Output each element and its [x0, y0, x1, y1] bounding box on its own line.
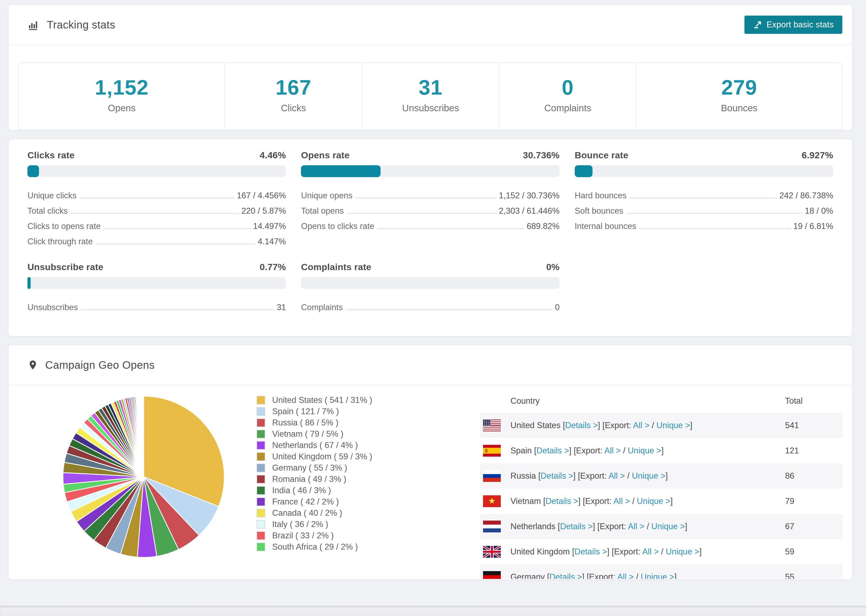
- details-link[interactable]: Details >: [565, 421, 598, 430]
- export-unique-link[interactable]: Unique >: [632, 471, 665, 481]
- export-unique-link[interactable]: Unique >: [666, 547, 699, 556]
- rate-metric-label: Complaints: [301, 302, 343, 313]
- dotted-leader: [639, 228, 791, 229]
- total-cell: 59: [785, 547, 843, 556]
- flag-ru-icon: [483, 470, 501, 482]
- legend-item-india: India ( 46 / 3% ): [257, 485, 445, 496]
- rate-head: Unsubscribe rate 0.77%: [27, 262, 286, 272]
- slash: /: [630, 497, 637, 506]
- rate-head: Clicks rate 4.46%: [27, 150, 286, 160]
- stat-value: 0: [502, 75, 633, 99]
- export-unique-link[interactable]: Unique >: [637, 497, 671, 506]
- total-cell: 55: [785, 572, 843, 579]
- country-text: United States [Details >] [Export: All >…: [510, 421, 692, 430]
- rate-value: 30.736%: [523, 150, 559, 160]
- country-text: Netherlands [Details >] [Export: All > /…: [510, 522, 687, 531]
- legend-item-italy: Italy ( 36 / 2% ): [257, 519, 445, 530]
- rate-value: 6.927%: [802, 150, 833, 160]
- bracket: ]: [671, 497, 673, 506]
- tracking-stats-card: Tracking stats Export basic stats 1,152 …: [8, 4, 853, 130]
- legend-label: Russia ( 86 / 5% ): [272, 418, 339, 427]
- legend-label: Canada ( 40 / 2% ): [272, 508, 342, 518]
- export-basic-stats-button[interactable]: Export basic stats: [745, 16, 842, 34]
- export-all-link[interactable]: All >: [608, 471, 625, 481]
- rate-metric-value: 0: [555, 302, 559, 313]
- details-link[interactable]: Details >: [537, 446, 569, 455]
- total-cell: 86: [785, 471, 843, 481]
- tracking-stats-header: Tracking stats Export basic stats: [9, 5, 852, 45]
- rate-progress-bar: [27, 277, 286, 289]
- rate-title: Clicks rate: [27, 150, 74, 160]
- bracket: ] [Export:: [569, 446, 604, 455]
- details-link[interactable]: Details >: [550, 572, 582, 579]
- export-unique-link[interactable]: Unique >: [651, 522, 685, 531]
- dotted-leader: [96, 244, 255, 244]
- rate-metric-value: 220 / 5.87%: [241, 206, 286, 216]
- stat-value: 31: [365, 75, 496, 99]
- stat-label: Complaints: [502, 103, 633, 113]
- rate-metric-label: Unique opens: [301, 190, 352, 201]
- legend-label: Netherlands ( 67 / 4% ): [272, 440, 358, 450]
- rate-progress-fill: [301, 165, 380, 177]
- total-cell: 67: [785, 522, 843, 531]
- bracket: ]: [699, 547, 702, 556]
- map-pin-icon: [27, 359, 38, 371]
- legend-swatch: [257, 441, 265, 449]
- legend-swatch: [257, 543, 265, 551]
- details-link[interactable]: Details >: [575, 547, 607, 556]
- rate-metric-label: Unique clicks: [27, 190, 77, 201]
- stat-label: Clicks: [228, 103, 359, 113]
- details-link[interactable]: Details >: [540, 471, 573, 481]
- legend-item-spain: Spain ( 121 / 7% ): [257, 406, 445, 417]
- rate-rows: Hard bounces 242 / 86.738% Soft bounces …: [575, 190, 833, 231]
- legend-label: Brazil ( 33 / 2% ): [272, 531, 334, 541]
- rate-metric-label: Unsubscribes: [27, 302, 78, 313]
- bracket: ] [Export:: [598, 421, 633, 430]
- country-cell: United Kingdom [Details >] [Export: All …: [480, 546, 785, 558]
- bracket: ] [Export:: [593, 522, 628, 531]
- total-header: Total: [785, 396, 843, 406]
- details-link[interactable]: Details >: [545, 497, 578, 506]
- country-cell: Germany [Details >] [Export: All > / Uni…: [480, 571, 785, 579]
- flag-de-icon: [483, 571, 501, 579]
- dotted-leader: [347, 213, 496, 214]
- bracket: ]: [661, 446, 664, 455]
- total-cell: 79: [785, 497, 843, 506]
- legend-label: India ( 46 / 3% ): [272, 486, 331, 495]
- rate-metric-value: 2,303 / 61.446%: [499, 206, 560, 216]
- flag-es-icon: [483, 445, 501, 457]
- export-unique-link[interactable]: Unique >: [628, 446, 661, 455]
- table-row-russia: Russia [Details >] [Export: All > / Uniq…: [480, 464, 843, 489]
- rate-metric-label: Total opens: [301, 206, 344, 216]
- tracking-stats-title: Tracking stats: [47, 19, 115, 31]
- legend-label: France ( 42 / 2% ): [272, 497, 339, 507]
- slash: /: [634, 572, 641, 579]
- rate-title: Unsubscribe rate: [27, 262, 104, 272]
- export-all-link[interactable]: All >: [617, 572, 634, 579]
- export-all-link[interactable]: All >: [633, 421, 650, 430]
- slash: /: [621, 446, 628, 455]
- country-text: United Kingdom [Details >] [Export: All …: [510, 547, 702, 556]
- bracket: [: [547, 572, 550, 579]
- legend-swatch: [257, 475, 265, 484]
- export-unique-link[interactable]: Unique >: [657, 421, 690, 430]
- export-all-link[interactable]: All >: [604, 446, 621, 455]
- table-row-vietnam: Vietnam [Details >] [Export: All > / Uni…: [480, 489, 843, 514]
- rate-head: Opens rate 30.736%: [301, 150, 559, 160]
- export-all-link[interactable]: All >: [642, 547, 659, 556]
- geo-header: Campaign Geo Opens: [9, 345, 852, 385]
- export-all-link[interactable]: All >: [628, 522, 644, 531]
- slash: /: [625, 471, 632, 481]
- export-all-link[interactable]: All >: [614, 497, 630, 506]
- flag-gb-icon: [483, 546, 501, 558]
- details-link[interactable]: Details >: [560, 522, 592, 531]
- rate-metric-row: Total clicks 220 / 5.87%: [27, 206, 286, 216]
- legend-label: South Africa ( 29 / 2% ): [272, 542, 358, 552]
- rate-metric-label: Hard bounces: [575, 190, 627, 201]
- rate-metric-row: Internal bounces 19 / 6.81%: [575, 221, 833, 231]
- dotted-leader: [356, 198, 496, 198]
- geo-table-body: United States [Details >] [Export: All >…: [480, 413, 843, 579]
- geo-legend: United States ( 541 / 31% ) Spain ( 121 …: [257, 389, 445, 553]
- export-unique-link[interactable]: Unique >: [641, 572, 674, 579]
- country-text: Russia [Details >] [Export: All > / Uniq…: [510, 471, 668, 481]
